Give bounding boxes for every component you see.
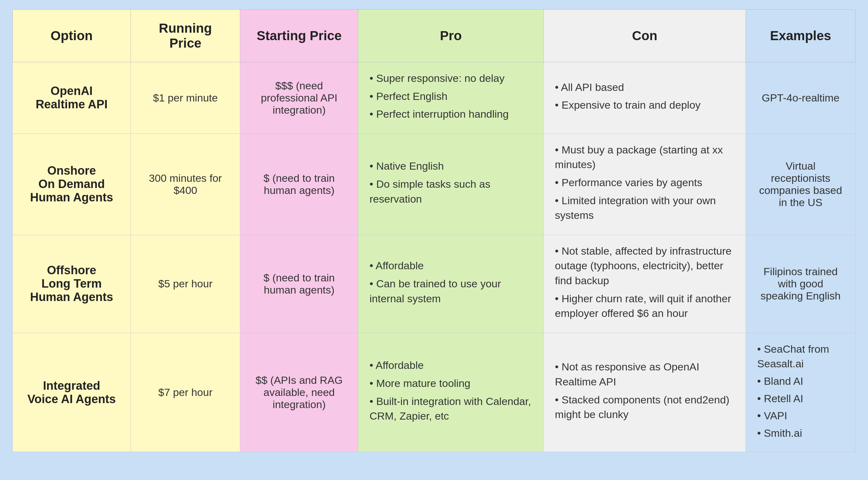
cell-pro-0: Super responsive: no delayPerfect Englis… (358, 62, 544, 134)
cell-starting-1: $ (need to train human agents) (240, 134, 358, 235)
cell-examples-3: SeaChat from Seasalt.aiBland AIRetell AI… (746, 333, 856, 452)
header-con: Con (544, 10, 746, 62)
cell-pro-1: Native EnglishDo simple tasks such as re… (358, 134, 544, 235)
table-wrapper: Option Running Price Starting Price Pro … (0, 0, 868, 461)
pro-item: Perfect interruption handling (370, 107, 532, 122)
header-examples: Examples (746, 10, 856, 62)
pro-item: Do simple tasks such as reservation (370, 177, 532, 206)
pro-item: Affordable (370, 358, 532, 373)
cell-con-2: Not stable, affected by infrastructure o… (544, 235, 746, 333)
cell-starting-0: $$$ (need professional API integration) (240, 62, 358, 134)
comparison-table: Option Running Price Starting Price Pro … (12, 9, 856, 452)
con-item: Higher churn rate, will quit if another … (555, 292, 734, 321)
cell-running-0: $1 per minute (130, 62, 240, 134)
example-item: Smith.ai (757, 426, 844, 441)
cell-pro-3: AffordableMore mature toolingBuilt-in in… (358, 333, 544, 452)
con-item: Stacked components (not end2end) might b… (555, 392, 734, 422)
cell-option-1: OnshoreOn DemandHuman Agents (13, 134, 131, 235)
pro-item: Built-in integration with Calendar, CRM,… (370, 394, 532, 424)
con-item: Limited integration with your own system… (555, 193, 734, 223)
cell-running-2: $5 per hour (130, 235, 240, 333)
cell-examples-0: GPT-4o-realtime (746, 62, 856, 134)
cell-con-3: Not as responsive as OpenAI Realtime API… (544, 333, 746, 452)
cell-examples-1: Virtual receptionists companies based in… (746, 134, 856, 235)
cell-option-0: OpenAIRealtime API (13, 62, 131, 134)
header-pro: Pro (358, 10, 544, 62)
cell-pro-2: AffordableCan be trained to use your int… (358, 235, 544, 333)
pro-item: Can be trained to use your internal syst… (370, 276, 532, 306)
cell-con-0: All API basedExpensive to train and depl… (544, 62, 746, 134)
pro-item: Perfect English (370, 89, 532, 104)
pro-item: More mature tooling (370, 376, 532, 391)
cell-option-3: IntegratedVoice AI Agents (13, 333, 131, 452)
example-item: Bland AI (757, 374, 844, 389)
cell-running-3: $7 per hour (130, 333, 240, 452)
pro-item: Super responsive: no delay (370, 71, 532, 86)
cell-starting-2: $ (need to train human agents) (240, 235, 358, 333)
cell-option-2: OffshoreLong TermHuman Agents (13, 235, 131, 333)
cell-running-1: 300 minutes for $400 (130, 134, 240, 235)
con-item: Performance varies by agents (555, 175, 734, 190)
con-item: Must buy a package (starting at xx minut… (555, 143, 734, 172)
cell-con-1: Must buy a package (starting at xx minut… (544, 134, 746, 235)
con-item: Not stable, affected by infrastructure o… (555, 244, 734, 288)
cell-examples-2: Filipinos trained with good speaking Eng… (746, 235, 856, 333)
example-item: SeaChat from Seasalt.ai (757, 342, 844, 371)
example-item: VAPI (757, 408, 844, 423)
pro-item: Affordable (370, 259, 532, 273)
header-option: Option (13, 10, 131, 62)
con-item: Not as responsive as OpenAI Realtime API (555, 359, 734, 389)
con-item: All API based (555, 80, 734, 95)
con-item: Expensive to train and deploy (555, 98, 734, 113)
pro-item: Native English (370, 159, 532, 174)
header-running-price: Running Price (130, 10, 240, 62)
header-starting-price: Starting Price (240, 10, 358, 62)
cell-starting-3: $$ (APIs and RAG available, need integra… (240, 333, 358, 452)
example-item: Retell AI (757, 391, 844, 406)
